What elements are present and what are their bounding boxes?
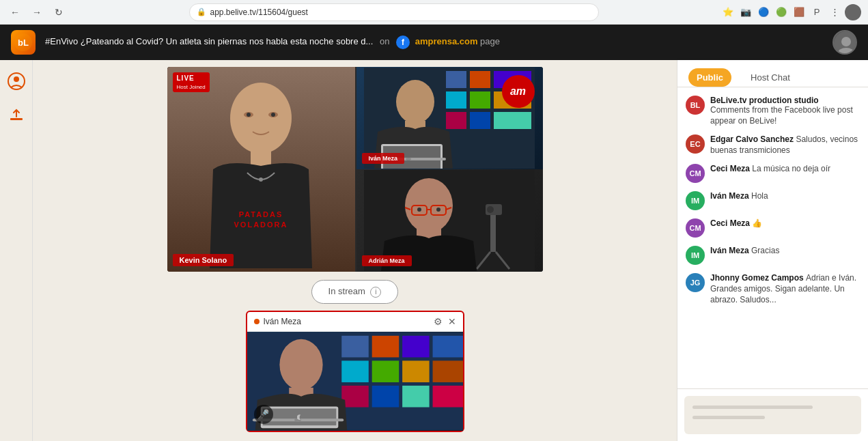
chat-message-0: BLBeLive.tv production studio Comments f…	[686, 96, 860, 126]
speaker-name-adrian: Adrián Meza	[362, 255, 412, 266]
extension-btn-4[interactable]: 🟢	[774, 5, 789, 20]
chat-avatar-1: EC	[686, 134, 705, 154]
extension-btn-5[interactable]: 🟫	[792, 5, 807, 20]
on-text: on	[380, 36, 389, 46]
more-button[interactable]: ⋮	[827, 5, 842, 20]
svg-rect-50	[372, 335, 399, 357]
sidebar-icon-upload[interactable]	[6, 105, 27, 126]
back-button[interactable]: ←	[7, 4, 23, 20]
instream-dot	[254, 319, 260, 324]
svg-point-27	[396, 80, 434, 124]
chat-avatar-6: JG	[686, 273, 705, 292]
browser-profile-avatar[interactable]	[845, 4, 861, 20]
chat-name-5: Iván Meza	[710, 246, 751, 255]
chat-text-3: Hola	[751, 191, 768, 201]
svg-rect-9	[251, 149, 271, 166]
extension-btn-3[interactable]: 🔵	[756, 5, 771, 20]
content-area: LIVE Host Joined	[33, 60, 677, 441]
chat-avatar-4: CM	[686, 218, 705, 238]
main-speaker-bg: PATADAS VOLADORA	[167, 67, 355, 272]
svg-rect-24	[446, 112, 466, 129]
svg-point-16	[271, 113, 275, 117]
chat-message-3: IMIván Meza Hola	[686, 191, 860, 210]
in-stream-tab[interactable]: In stream i	[311, 280, 399, 304]
chat-avatar-3: IM	[686, 191, 705, 210]
svg-rect-60	[432, 385, 462, 407]
forward-button[interactable]: →	[29, 4, 45, 20]
svg-rect-22	[470, 91, 490, 109]
svg-rect-7	[10, 118, 23, 120]
svg-text:bL: bL	[18, 38, 29, 48]
svg-point-3	[841, 37, 851, 46]
chat-avatar-0: BL	[686, 96, 705, 115]
mic-icon[interactable]: 🎤	[254, 405, 273, 424]
svg-point-39	[405, 178, 453, 233]
extension-btn-6[interactable]: P	[809, 5, 824, 20]
reload-button[interactable]: ↻	[51, 4, 67, 20]
chat-content-1: Edgar Calvo Sanchez Saludos, vecinos bue…	[710, 134, 860, 156]
header-user-avatar[interactable]	[832, 30, 857, 55]
chat-text-5: Gracias	[751, 246, 779, 255]
svg-rect-21	[446, 91, 466, 109]
video-side-ivan: Iván Meza am	[355, 67, 543, 169]
chat-input-lines	[692, 400, 853, 429]
stream-tabs: In stream i	[311, 280, 399, 304]
chat-content-4: Ceci Meza 👍	[710, 218, 860, 238]
video-grid: PATADAS VOLADORA Kevin Solano	[167, 67, 543, 272]
svg-text:PATADAS: PATADAS	[239, 210, 283, 218]
svg-point-47	[436, 208, 440, 212]
svg-rect-57	[341, 385, 369, 407]
svg-point-46	[417, 208, 421, 212]
address-bar[interactable]: 🔒 app.belive.tv/115604/guest	[189, 3, 599, 21]
svg-rect-53	[341, 360, 369, 382]
browser-bar: ← → ↻ 🔒 app.belive.tv/115604/guest ⭐ 📷 🔵…	[0, 0, 868, 25]
chat-content-0: BeLive.tv production studio Comments fro…	[710, 96, 860, 126]
chat-messages: BLBeLive.tv production studio Comments f…	[677, 87, 868, 388]
tab-public[interactable]: Public	[688, 68, 731, 87]
svg-point-61	[279, 339, 322, 390]
svg-rect-58	[372, 385, 399, 407]
svg-rect-25	[470, 112, 490, 129]
chat-name-0: BeLive.tv production studio	[710, 96, 819, 105]
input-line-1	[692, 406, 813, 409]
instream-actions: ⚙ ✕	[434, 316, 456, 327]
tab-host-chat[interactable]: Host Chat	[742, 68, 798, 87]
page-link[interactable]: amprensa.com	[415, 36, 478, 46]
gear-icon[interactable]: ⚙	[434, 316, 443, 327]
sidebar-icon-profile[interactable]	[6, 71, 27, 91]
instream-header: Iván Meza ⚙ ✕	[247, 312, 463, 332]
chat-name-2: Ceci Meza	[710, 164, 752, 173]
svg-rect-26	[494, 112, 531, 129]
input-line-2	[692, 416, 765, 419]
video-main-speaker: PATADAS VOLADORA Kevin Solano	[167, 67, 355, 272]
instream-speaker-name: Iván Meza	[264, 317, 301, 326]
chat-content-5: Iván Meza Gracias	[710, 246, 860, 265]
chat-input[interactable]	[684, 396, 861, 434]
extension-btn-2[interactable]: 📷	[738, 5, 753, 20]
chat-name-3: Iván Meza	[710, 191, 751, 201]
browser-icons: ⭐ 📷 🔵 🟢 🟫 P ⋮	[720, 4, 861, 20]
svg-rect-56	[432, 360, 462, 382]
svg-point-32	[406, 158, 411, 160]
stream-title-text: #EnVivo ¿Pateando al Covid? Un atleta si…	[45, 36, 373, 46]
video-side-adrian: Adrián Meza	[355, 169, 543, 272]
chat-text-0: Comments from the Facebook live post app…	[710, 105, 853, 126]
svg-rect-54	[372, 360, 399, 382]
instream-panel: Iván Meza ⚙ ✕	[246, 311, 464, 432]
chat-avatar-5: IM	[686, 246, 705, 265]
svg-rect-55	[402, 360, 430, 382]
live-badge: LIVE Host Joined	[173, 72, 210, 92]
app-header: bL #EnVivo ¿Pateando al Covid? Un atleta…	[0, 25, 868, 60]
close-icon[interactable]: ✕	[448, 316, 456, 327]
url-text: app.belive.tv/115604/guest	[210, 8, 308, 17]
extension-btn-1[interactable]: ⭐	[720, 5, 736, 20]
video-grid-container: LIVE Host Joined	[167, 67, 543, 272]
svg-rect-49	[341, 335, 369, 357]
chat-text-4: 👍	[752, 218, 762, 228]
chat-content-2: Ceci Meza La música no deja oír	[710, 164, 860, 183]
svg-rect-51	[402, 335, 430, 357]
speaker-name-ivan: Iván Meza	[362, 153, 405, 164]
app-logo: bL	[11, 30, 36, 55]
svg-rect-59	[402, 385, 430, 407]
page-text: page	[480, 36, 500, 46]
